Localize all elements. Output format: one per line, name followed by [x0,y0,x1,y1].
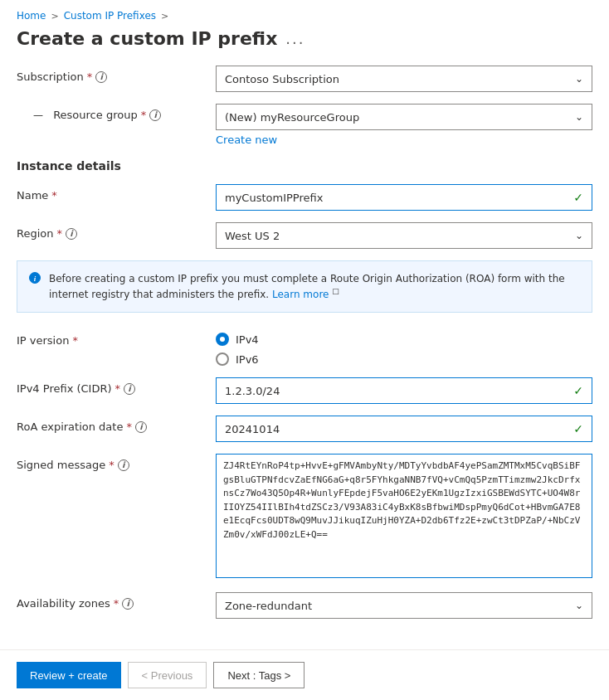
roa-expiration-value: 20241014 [225,423,280,435]
signed-message-row: Signed message * i [17,454,592,581]
signed-message-label: Signed message * i [17,454,216,471]
region-chevron-icon: ⌄ [575,230,583,241]
name-required: * [51,189,57,202]
resource-group-row: — Resource group * i (New) myResourceGro… [17,104,592,146]
resource-group-dropdown[interactable]: (New) myResourceGroup ⌄ [216,104,592,130]
info-banner: i Before creating a custom IP prefix you… [17,260,592,313]
info-banner-link[interactable]: Learn more [272,289,329,300]
roa-expiration-check-icon: ✓ [573,422,583,435]
resource-group-required: * [141,109,147,121]
roa-expiration-required: * [126,420,132,433]
radio-ipv6-label: IPv6 [236,353,259,366]
availability-zones-control: Zone-redundant ⌄ [216,592,592,619]
name-row: Name * myCustomIPPrefix ✓ [17,184,592,211]
availability-zones-label: Availability zones * i [17,592,216,610]
create-new-link[interactable]: Create new [216,134,592,146]
region-row: Region * i West US 2 ⌄ [17,222,592,249]
signed-message-control [216,454,592,581]
breadcrumb-parent[interactable]: Custom IP Prefixes [64,10,156,22]
region-control: West US 2 ⌄ [216,222,592,249]
region-dropdown[interactable]: West US 2 ⌄ [216,222,592,249]
previous-button[interactable]: < Previous [128,662,207,688]
ipv4-prefix-label: IPv4 Prefix (CIDR) * i [17,377,216,395]
region-label: Region * i [17,222,216,240]
page-title: Create a custom IP prefix [17,28,277,49]
radio-ipv4-label: IPv4 [236,333,259,346]
footer-bar: Review + create < Previous Next : Tags > [0,649,609,700]
signed-message-required: * [109,459,114,471]
resource-group-label: — Resource group * i [17,104,216,121]
roa-expiration-label: RoA expiration date * i [17,416,216,433]
radio-ipv6-circle [216,352,229,366]
ip-version-label: IP version * [17,329,216,347]
info-banner-text: Before creating a custom IP prefix you m… [49,271,580,302]
review-create-button[interactable]: Review + create [17,662,121,688]
ipv4-prefix-required: * [115,382,121,395]
resource-group-control: (New) myResourceGroup ⌄ Create new [216,104,592,146]
signed-message-info-icon[interactable]: i [118,459,129,471]
region-value: West US 2 [225,230,280,242]
resource-group-info-icon[interactable]: i [149,109,161,121]
breadcrumb-home[interactable]: Home [17,10,46,22]
info-banner-icon: i [29,272,41,286]
subscription-dropdown[interactable]: Contoso Subscription ⌄ [216,66,592,92]
signed-message-textarea[interactable] [216,454,592,578]
subscription-info-icon[interactable]: i [95,71,107,83]
availability-zones-row: Availability zones * i Zone-redundant ⌄ [17,592,592,619]
page-header: Create a custom IP prefix ... [0,28,609,66]
ipv4-prefix-row: IPv4 Prefix (CIDR) * i 1.2.3.0/24 ✓ [17,377,592,404]
ip-version-control: IPv4 IPv6 [216,329,592,366]
radio-ipv4[interactable]: IPv4 [216,333,592,346]
next-button[interactable]: Next : Tags > [213,662,304,688]
subscription-chevron-icon: ⌄ [575,73,583,85]
ipv4-prefix-value: 1.2.3.0/24 [225,385,280,397]
radio-ipv4-circle [216,333,229,346]
more-options-icon[interactable]: ... [285,30,304,47]
roa-expiration-info-icon[interactable]: i [135,421,147,433]
resource-group-chevron-icon: ⌄ [575,111,583,123]
breadcrumb-sep2: > [161,11,168,22]
subscription-row: Subscription * i Contoso Subscription ⌄ [17,66,592,92]
subscription-value: Contoso Subscription [225,73,339,85]
availability-zones-value: Zone-redundant [225,600,312,612]
ipv4-prefix-control: 1.2.3.0/24 ✓ [216,377,592,404]
name-label: Name * [17,184,216,202]
breadcrumb: Home > Custom IP Prefixes > [0,0,609,28]
ip-version-required: * [72,334,78,347]
name-check-icon: ✓ [573,191,583,204]
breadcrumb-sep1: > [51,11,58,22]
form-section: Subscription * i Contoso Subscription ⌄ … [0,66,609,619]
subscription-control: Contoso Subscription ⌄ [216,66,592,92]
availability-zones-chevron-icon: ⌄ [575,600,583,611]
region-required: * [57,227,63,240]
subscription-required: * [87,70,93,83]
availability-zones-info-icon[interactable]: i [122,598,134,610]
ipv4-prefix-info-icon[interactable]: i [124,383,135,395]
subscription-label: Subscription * i [17,66,216,83]
radio-ipv6[interactable]: IPv6 [216,352,592,366]
ip-version-radio-group: IPv4 IPv6 [216,329,592,366]
name-value: myCustomIPPrefix [225,192,323,204]
instance-details-heading: Instance details [17,159,592,173]
availability-zones-required: * [114,597,119,610]
name-input[interactable]: myCustomIPPrefix ✓ [216,184,592,211]
roa-expiration-control: 20241014 ✓ [216,416,592,442]
ip-version-row: IP version * IPv4 IPv6 [17,329,592,366]
ipv4-prefix-check-icon: ✓ [573,384,583,397]
roa-expiration-input[interactable]: 20241014 ✓ [216,416,592,442]
roa-expiration-row: RoA expiration date * i 20241014 ✓ [17,416,592,442]
resource-group-value: (New) myResourceGroup [225,111,359,124]
ipv4-prefix-input[interactable]: 1.2.3.0/24 ✓ [216,377,592,404]
name-control: myCustomIPPrefix ✓ [216,184,592,211]
region-info-icon[interactable]: i [66,228,77,240]
availability-zones-dropdown[interactable]: Zone-redundant ⌄ [216,592,592,619]
